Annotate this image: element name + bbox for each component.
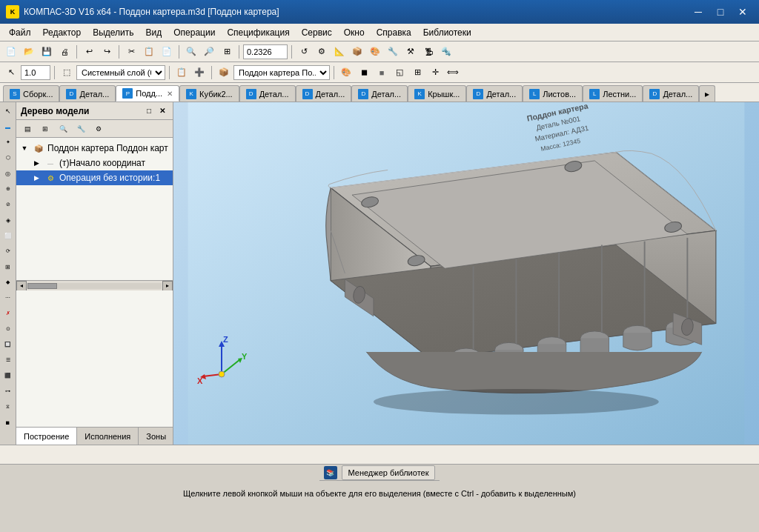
tree-float-button[interactable]: □ (143, 105, 155, 117)
paste-button[interactable]: 📄 (159, 44, 175, 60)
grid-button[interactable]: ⊞ (409, 64, 425, 81)
tab-zones[interactable]: Зоны (139, 428, 174, 445)
tool2-button[interactable]: ⚒ (402, 44, 419, 60)
tab-kryshka[interactable]: K Крышк... (408, 85, 466, 102)
tree-tool1[interactable]: ▤ (19, 121, 36, 137)
save-button[interactable]: 💾 (39, 44, 55, 60)
close-button[interactable]: ✕ (732, 4, 753, 20)
zoom-out-button[interactable]: 🔎 (201, 44, 217, 60)
tool-op9[interactable]: ⟳ (1, 244, 16, 259)
tree-expander-op[interactable]: ▶ (31, 173, 42, 183)
tree-tool2[interactable]: ⊞ (37, 121, 53, 137)
tool-op3[interactable]: ⬡ (1, 150, 16, 165)
scale-input[interactable] (21, 65, 50, 80)
cut-button[interactable]: ✂ (123, 44, 139, 60)
tool-op5[interactable]: ⊕ (1, 182, 16, 196)
print-button[interactable]: 🖨 (56, 44, 73, 60)
tool-op6[interactable]: ⊘ (1, 197, 16, 212)
tree-expander-root[interactable]: ▼ (19, 143, 30, 153)
tool3-button[interactable]: 🗜 (420, 44, 437, 60)
model-icon-button[interactable]: 📦 (216, 64, 232, 81)
menu-service[interactable]: Сервис (296, 26, 338, 39)
menu-window[interactable]: Окно (338, 26, 371, 39)
tab-detal6[interactable]: D Детал... (643, 85, 699, 102)
3d-viewport[interactable]: Поддон картера Деталь №001 Материал: АД3… (173, 102, 759, 445)
undo-button[interactable]: ↩ (81, 44, 97, 60)
tool-op2[interactable]: ✦ (1, 135, 16, 150)
color-button[interactable]: ■ (374, 64, 390, 81)
tree-expander-coord[interactable]: ▶ (31, 158, 42, 168)
layer-select[interactable]: Системный слой (0) (76, 65, 165, 80)
menu-select[interactable]: Выделить (87, 26, 139, 39)
open-button[interactable]: 📂 (21, 44, 37, 60)
tree-tool3[interactable]: 🔍 (55, 121, 71, 137)
tool-op8[interactable]: ⬜ (1, 228, 16, 243)
tab-detal1[interactable]: D Детал... (59, 85, 116, 102)
tab-close-poddon[interactable]: ✕ (167, 90, 173, 98)
cursor-button[interactable]: ↖ (3, 64, 19, 81)
tab-detal2[interactable]: D Детал... (239, 85, 296, 102)
tool-op11[interactable]: ◆ (1, 275, 16, 290)
tree-close-button[interactable]: ✕ (156, 105, 168, 117)
tab-listov[interactable]: L Листов... (523, 85, 583, 102)
tab-build[interactable]: Построение (16, 428, 77, 445)
redo-button[interactable]: ↪ (99, 44, 115, 60)
tool-op20[interactable]: ⏹ (1, 415, 16, 430)
dim-button[interactable]: ⟺ (445, 64, 461, 81)
tool-op19[interactable]: ⧖ (1, 399, 16, 414)
3d-view-button[interactable]: 📦 (349, 44, 365, 60)
tool-op7[interactable]: ◈ (1, 213, 16, 227)
layer-button[interactable]: ⬚ (59, 64, 75, 81)
select-tool[interactable]: ↖ (1, 104, 16, 119)
tab-detal3[interactable]: D Детал... (296, 85, 352, 102)
tab-lestni[interactable]: L Лестни... (583, 85, 643, 102)
tree-item-coordinates[interactable]: ▶ — (т)Начало координат (16, 156, 173, 170)
scroll-left-btn[interactable]: ◂ (16, 281, 27, 291)
zoom-fit-button[interactable]: ⊞ (219, 44, 235, 60)
tool-op13[interactable]: ✗ (1, 306, 16, 321)
command-input[interactable] (4, 450, 755, 459)
tree-root-item[interactable]: ▼ 📦 Поддон картера Поддон карт (16, 141, 173, 156)
tree-item-operation[interactable]: ▶ ⚙ Операция без истории:1 (16, 170, 173, 185)
zoom-input[interactable]: 0.2326 (243, 44, 288, 59)
measure-button[interactable]: 📐 (331, 44, 348, 60)
zoom-in-button[interactable]: 🔍 (183, 44, 199, 60)
render-button[interactable]: 🎨 (367, 44, 383, 60)
tool-op18[interactable]: ⊶ (1, 384, 16, 399)
tree-tool4[interactable]: 🔧 (73, 121, 89, 137)
maximize-button[interactable]: □ (710, 4, 731, 20)
copy-button[interactable]: 📋 (141, 44, 157, 60)
tab-detal4[interactable]: D Детал... (351, 85, 408, 102)
tab-kubik[interactable]: K Кубик2... (179, 85, 239, 102)
scroll-track[interactable] (27, 283, 162, 289)
tab-sborka[interactable]: S Сборк... (3, 85, 59, 102)
tool-op4[interactable]: ◎ (1, 166, 16, 181)
menu-operations[interactable]: Операции (168, 26, 221, 39)
menu-editor[interactable]: Редактор (37, 26, 87, 39)
menu-view[interactable]: Вид (140, 26, 168, 39)
tool-op17[interactable]: ⬛ (1, 368, 16, 383)
library-manager-button[interactable]: Менеджер библиотек (342, 465, 436, 480)
tool-op1[interactable]: ▬ (1, 119, 16, 134)
tool-op10[interactable]: ⊞ (1, 259, 16, 274)
tab-execution[interactable]: Исполнения (77, 428, 139, 445)
menu-file[interactable]: Файл (3, 26, 37, 39)
tool-op15[interactable]: 🔲 (1, 337, 16, 352)
layer-mgr-button[interactable]: 📋 (173, 64, 190, 81)
tree-scrollbar-horizontal[interactable]: ◂ ▸ (16, 280, 173, 290)
rotate-button[interactable]: ↺ (296, 44, 312, 60)
layer-new-button[interactable]: ➕ (191, 64, 208, 81)
tool4-button[interactable]: 🔩 (438, 44, 454, 60)
tool-op12[interactable]: ⋯ (1, 290, 16, 305)
model-select[interactable]: Поддон картера По... (233, 65, 330, 80)
minimize-button[interactable]: ─ (688, 4, 709, 20)
scroll-right-btn[interactable]: ▸ (162, 281, 173, 291)
tabs-overflow-button[interactable]: ▸ (699, 85, 715, 102)
tool1-button[interactable]: 🔧 (385, 44, 401, 60)
display-button[interactable]: 🎨 (338, 64, 354, 81)
snap-button[interactable]: ✛ (427, 64, 443, 81)
menu-libraries[interactable]: Библиотеки (417, 26, 477, 39)
tab-poddon[interactable]: P Подд... ✕ (116, 85, 179, 102)
opacity-button[interactable]: ◱ (391, 64, 408, 81)
material-button[interactable]: ◼ (356, 64, 372, 81)
